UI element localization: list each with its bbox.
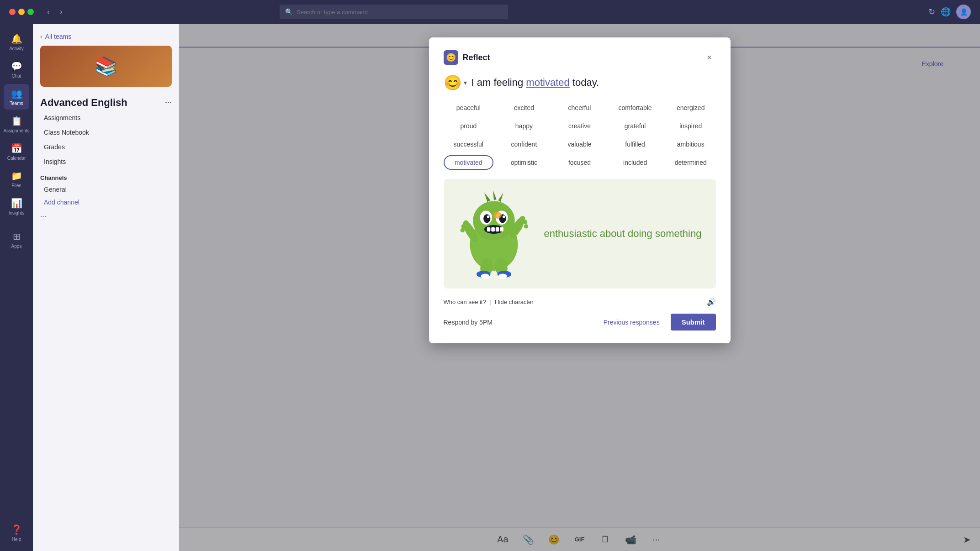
main-content: Explore 😊 Reflect × 😊: [179, 24, 980, 551]
chip-excited[interactable]: excited: [499, 100, 549, 115]
privacy-separator: |: [490, 299, 491, 305]
chip-successful[interactable]: successful: [444, 137, 494, 152]
chip-happy[interactable]: happy: [499, 119, 549, 133]
chip-fulfilled[interactable]: fulfilled: [610, 137, 660, 152]
nav-item-insights[interactable]: Insights: [40, 154, 172, 169]
apps-icon: ⊞: [13, 231, 21, 242]
chip-focused[interactable]: focused: [555, 155, 605, 170]
svg-marker-10: [493, 190, 497, 200]
more-options[interactable]: ···: [33, 209, 179, 224]
submit-button[interactable]: Submit: [671, 314, 716, 331]
help-icon: ❓: [11, 524, 22, 535]
team-name: Advanced English ···: [33, 92, 179, 110]
mood-emoji: 😊: [444, 74, 462, 91]
previous-responses-button[interactable]: Previous responses: [598, 315, 665, 330]
channel-general[interactable]: General: [33, 183, 179, 196]
chevron-down-icon[interactable]: ▾: [464, 79, 467, 86]
chip-energized[interactable]: energized: [666, 100, 716, 115]
globe-icon[interactable]: 🌐: [941, 7, 951, 17]
privacy-controls: Who can see it? | Hide character: [444, 299, 534, 305]
svg-point-7: [487, 215, 489, 218]
emotions-grid: peaceful excited cheerful comfortable en…: [444, 100, 716, 170]
chip-motivated[interactable]: motivated: [444, 155, 494, 170]
minimize-button[interactable]: [18, 9, 25, 15]
modal-header: 😊 Reflect ×: [444, 50, 716, 65]
nav-item-grades[interactable]: Grades: [40, 140, 172, 154]
reflect-icon: 😊: [444, 50, 458, 65]
svg-point-8: [503, 215, 505, 218]
svg-rect-16: [495, 227, 499, 232]
back-to-all-teams[interactable]: ‹ All teams: [40, 33, 172, 40]
sidebar-item-activity[interactable]: 🔔 Activity: [4, 29, 29, 55]
respond-by-label: Respond by 5PM: [444, 319, 493, 326]
modal-close-button[interactable]: ×: [703, 51, 716, 64]
svg-point-31: [498, 274, 507, 279]
sidebar-divider: [8, 223, 25, 223]
sidebar-item-apps[interactable]: ⊞ Apps: [4, 227, 29, 252]
insights-icon: 📊: [11, 198, 22, 209]
search-bar[interactable]: 🔍: [280, 5, 508, 19]
emoji-selector[interactable]: 😊 ▾: [444, 74, 467, 91]
chip-ambitious[interactable]: ambitious: [666, 137, 716, 152]
avatar[interactable]: 👤: [956, 5, 971, 19]
sidebar-item-insights[interactable]: 📊 Insights: [4, 194, 29, 219]
chip-proud[interactable]: proud: [444, 119, 494, 133]
nav-item-assignments[interactable]: Assignments: [40, 110, 172, 125]
svg-point-12: [493, 211, 502, 218]
assignments-icon: 📋: [11, 115, 22, 126]
chip-inspired[interactable]: inspired: [666, 119, 716, 133]
feeling-text: I am feeling motivated today.: [471, 77, 599, 89]
forward-arrow[interactable]: ›: [56, 6, 67, 17]
svg-point-5: [483, 214, 490, 223]
svg-point-24: [523, 220, 527, 225]
sidebar-item-calendar[interactable]: 📅 Calendar: [4, 139, 29, 164]
search-input[interactable]: [297, 9, 503, 16]
chip-determined[interactable]: determined: [666, 155, 716, 170]
feeling-row: 😊 ▾ I am feeling motivated today.: [444, 74, 716, 91]
traffic-lights[interactable]: [9, 9, 34, 15]
channels-header: Channels: [33, 169, 179, 183]
svg-point-29: [481, 274, 489, 279]
svg-point-21: [461, 224, 466, 229]
files-icon: 📁: [11, 170, 22, 181]
nav-item-class-notebook[interactable]: Class Notebook: [40, 125, 172, 140]
nav-arrows: ‹ ›: [43, 6, 67, 17]
modal-title: 😊 Reflect: [444, 50, 490, 65]
back-arrow[interactable]: ‹: [43, 6, 54, 17]
add-channel-button[interactable]: Add channel: [33, 196, 179, 209]
character-card: enthusiastic about doing something: [444, 179, 716, 289]
chip-grateful[interactable]: grateful: [610, 119, 660, 133]
chip-included[interactable]: included: [610, 155, 660, 170]
svg-marker-11: [498, 193, 503, 202]
sidebar-item-assignments[interactable]: 📋 Assignments: [4, 111, 29, 137]
chip-peaceful[interactable]: peaceful: [444, 100, 494, 115]
svg-point-25: [524, 224, 528, 229]
team-options-icon[interactable]: ···: [165, 98, 172, 108]
maximize-button[interactable]: [27, 9, 34, 15]
search-icon: 🔍: [285, 8, 293, 16]
chip-creative[interactable]: creative: [555, 119, 605, 133]
speaker-icon[interactable]: 🔊: [707, 298, 716, 306]
sidebar-item-teams[interactable]: 👥 Teams: [4, 84, 29, 110]
sidebar-item-files[interactable]: 📁 Files: [4, 166, 29, 192]
sidebar-item-chat[interactable]: 💬 Chat: [4, 57, 29, 82]
close-button[interactable]: [9, 9, 16, 15]
chip-confident[interactable]: confident: [499, 137, 549, 152]
who-can-see-link[interactable]: Who can see it?: [444, 299, 486, 305]
refresh-icon[interactable]: ↻: [928, 7, 935, 17]
svg-point-22: [460, 228, 465, 233]
chip-optimistic[interactable]: optimistic: [499, 155, 549, 170]
activity-icon: 🔔: [11, 33, 22, 44]
hide-character-link[interactable]: Hide character: [495, 299, 534, 305]
chat-icon: 💬: [11, 61, 22, 72]
character-image: [457, 188, 530, 279]
sidebar-item-help[interactable]: ❓ Help: [4, 520, 29, 546]
chip-comfortable[interactable]: comfortable: [610, 100, 660, 115]
left-panel: ‹ All teams 📚 Advanced English ··· Assig…: [33, 24, 179, 551]
chip-cheerful[interactable]: cheerful: [555, 100, 605, 115]
back-icon: ‹: [40, 33, 42, 40]
modal-footer-privacy: Who can see it? | Hide character 🔊: [444, 298, 716, 306]
chip-valuable[interactable]: valuable: [555, 137, 605, 152]
feeling-word: motivated: [526, 77, 569, 88]
character-description: enthusiastic about doing something: [544, 227, 702, 241]
